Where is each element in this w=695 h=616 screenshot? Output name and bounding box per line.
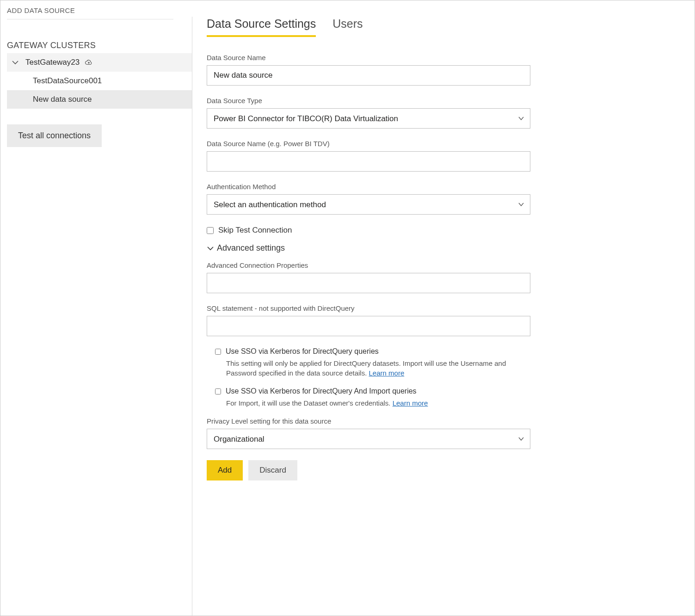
advanced-settings-toggle[interactable]: Advanced settings	[207, 243, 530, 253]
sidebar: ADD DATA SOURCE GATEWAY CLUSTERS TestGat…	[7, 6, 192, 147]
chevron-down-icon	[207, 245, 214, 252]
data-source-type-select[interactable]: Power BI Connector for TIBCO(R) Data Vir…	[207, 108, 530, 129]
datasource-item-testdatasource001[interactable]: TestDataSource001	[7, 72, 192, 90]
label-authentication-method: Authentication Method	[207, 183, 530, 191]
label-data-source-name-example: Data Source Name (e.g. Power BI TDV)	[207, 140, 530, 148]
add-data-source-title: ADD DATA SOURCE	[7, 6, 173, 19]
gateway-item-label: TestGateway23	[25, 58, 80, 67]
datasource-item-new-data-source[interactable]: New data source	[7, 90, 192, 109]
tab-data-source-settings[interactable]: Data Source Settings	[207, 17, 316, 37]
label-sso-kerberos-directquery: Use SSO via Kerberos for DirectQuery que…	[226, 347, 379, 356]
sql-statement-input[interactable]	[207, 316, 530, 336]
gateway-item-testgateway23[interactable]: TestGateway23	[7, 53, 192, 72]
data-source-name-input[interactable]	[207, 65, 530, 86]
add-button[interactable]: Add	[207, 460, 243, 480]
label-advanced-connection-properties: Advanced Connection Properties	[207, 261, 530, 269]
advanced-connection-properties-input[interactable]	[207, 273, 530, 293]
advanced-settings-label: Advanced settings	[217, 243, 285, 253]
skip-test-connection-checkbox[interactable]	[207, 227, 214, 234]
label-sql-statement: SQL statement - not supported with Direc…	[207, 304, 530, 312]
datasource-item-label: New data source	[33, 95, 92, 104]
tabs: Data Source Settings Users	[207, 17, 530, 37]
sso-kerberos-directquery-import-checkbox[interactable]	[215, 388, 221, 394]
vertical-divider	[192, 17, 192, 616]
sso-kerberos-directquery-description: This setting will only be applied for Di…	[226, 358, 530, 378]
learn-more-link[interactable]: Learn more	[393, 399, 428, 407]
discard-button[interactable]: Discard	[248, 460, 297, 480]
privacy-level-select[interactable]: Organizational	[207, 429, 530, 449]
sso-kerberos-directquery-checkbox[interactable]	[215, 349, 221, 355]
test-all-connections-button[interactable]: Test all connections	[7, 124, 102, 147]
chevron-down-icon	[12, 59, 19, 66]
label-data-source-name: Data Source Name	[207, 54, 530, 62]
sso-kerberos-directquery-import-description: For Import, it will use the Dataset owne…	[226, 398, 530, 408]
tab-users[interactable]: Users	[332, 17, 363, 35]
main-panel: Data Source Settings Users Data Source N…	[207, 17, 530, 480]
data-source-name-example-input[interactable]	[207, 151, 530, 172]
label-sso-kerberos-directquery-import: Use SSO via Kerberos for DirectQuery And…	[226, 387, 417, 395]
authentication-method-select[interactable]: Select an authentication method	[207, 194, 530, 215]
label-skip-test-connection: Skip Test Connection	[218, 226, 292, 235]
gateway-clusters-heading: GATEWAY CLUSTERS	[7, 41, 192, 50]
learn-more-link[interactable]: Learn more	[369, 369, 405, 377]
label-data-source-type: Data Source Type	[207, 97, 530, 105]
datasource-item-label: TestDataSource001	[33, 76, 102, 86]
cloud-icon	[84, 58, 93, 67]
label-privacy-level: Privacy Level setting for this data sour…	[207, 417, 530, 425]
